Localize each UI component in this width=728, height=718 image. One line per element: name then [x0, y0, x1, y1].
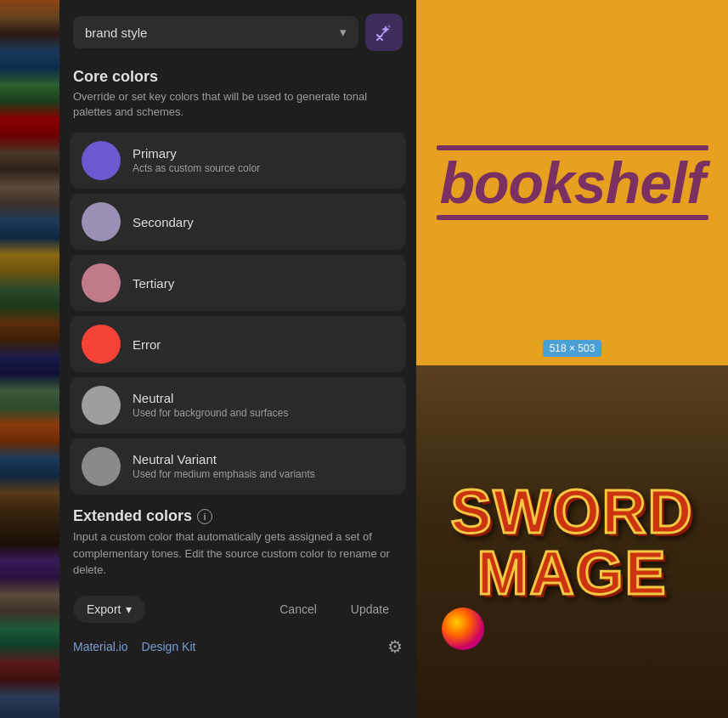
cancel-label: Cancel [279, 602, 317, 616]
tertiary-name: Tertiary [133, 276, 174, 291]
bottom-actions: Export ▾ Cancel Update [59, 589, 416, 633]
neutral-variant-desc: Used for medium emphasis and variants [133, 468, 315, 482]
panel-header: brand style ▾ [59, 0, 416, 61]
main-panel: brand style ▾ Core colors Override or se… [59, 0, 416, 718]
neutral-name: Neutral [133, 391, 288, 405]
bookshelf-preview: bookshelf 518 × 503 [416, 0, 728, 365]
color-item-secondary[interactable]: Secondary [70, 194, 406, 250]
export-label: Export [87, 602, 121, 616]
design-kit-link[interactable]: Design Kit [142, 640, 196, 653]
sword-mage-preview: SWORDMAGE [416, 365, 728, 718]
core-colors-desc: Override or set key colors that will be … [59, 89, 416, 130]
chevron-down-icon: ▾ [340, 25, 347, 40]
color-item-tertiary[interactable]: Tertiary [70, 255, 406, 311]
settings-gear-icon[interactable]: ⚙ [387, 636, 403, 657]
magic-button[interactable] [365, 14, 403, 51]
extended-info-icon[interactable]: i [197, 509, 212, 524]
export-chevron-icon: ▾ [126, 602, 132, 616]
neutral-swatch [82, 386, 121, 425]
extended-colors-desc: Input a custom color that automatically … [59, 529, 416, 589]
primary-name: Primary [133, 146, 260, 161]
material-io-link[interactable]: Material.io [73, 640, 128, 653]
primary-desc: Acts as custom source color [133, 162, 260, 176]
dropdown-label: brand style [85, 25, 147, 40]
right-content: bookshelf 518 × 503 SWORDMAGE [416, 0, 728, 718]
export-button[interactable]: Export ▾ [73, 596, 145, 623]
error-name: Error [133, 337, 161, 352]
footer: Material.io Design Kit ⚙ [59, 633, 416, 667]
secondary-swatch [82, 202, 121, 241]
dimension-badge: 518 × 503 [543, 340, 602, 357]
cancel-button[interactable]: Cancel [266, 596, 330, 623]
secondary-name: Secondary [133, 215, 194, 229]
neutral-desc: Used for background and surfaces [133, 407, 288, 421]
sword-mage-title: SWORDMAGE [451, 481, 694, 603]
color-item-neutral-variant[interactable]: Neutral Variant Used for medium emphasis… [70, 438, 406, 495]
update-label: Update [351, 602, 389, 616]
tertiary-swatch [82, 263, 121, 302]
primary-swatch [82, 141, 121, 180]
color-item-primary[interactable]: Primary Acts as custom source color [70, 133, 406, 189]
neutral-variant-name: Neutral Variant [133, 452, 315, 466]
error-swatch [82, 325, 121, 364]
orb-decoration [442, 608, 484, 650]
extended-colors-header: Extended colors i [59, 497, 416, 529]
bookshelf-title: bookshelf [439, 154, 704, 212]
core-colors-title: Core colors [59, 61, 416, 89]
book-strip [0, 0, 59, 718]
update-button[interactable]: Update [337, 596, 403, 623]
color-item-error[interactable]: Error [70, 316, 406, 372]
neutral-variant-swatch [82, 447, 121, 486]
magic-wand-icon [375, 23, 393, 42]
brand-style-dropdown[interactable]: brand style ▾ [73, 16, 358, 48]
color-item-neutral[interactable]: Neutral Used for background and surfaces [70, 377, 406, 433]
extended-colors-title: Extended colors [73, 507, 192, 525]
bookshelf-bottom-line [437, 215, 708, 220]
